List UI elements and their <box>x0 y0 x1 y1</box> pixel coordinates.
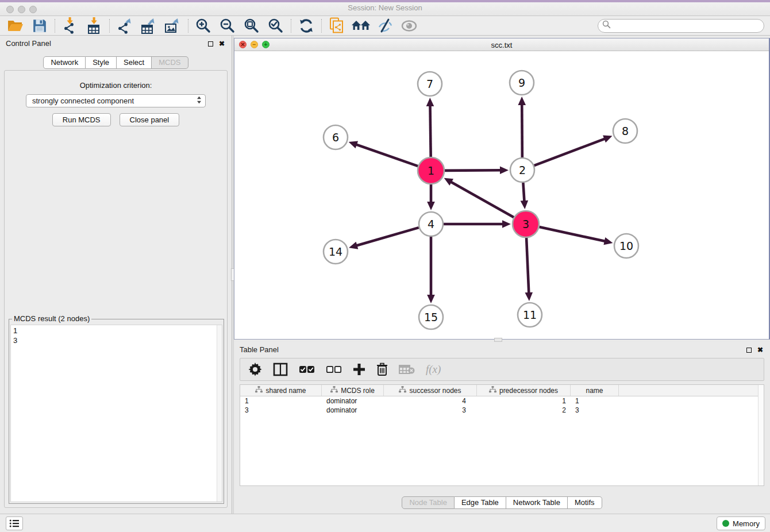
table-cell[interactable]: dominator <box>322 406 384 415</box>
tab-style[interactable]: Style <box>86 56 117 69</box>
export-table-icon[interactable] <box>137 17 161 34</box>
mcds-result-title: MCDS result (2 nodes) <box>12 314 91 323</box>
apply-layout-icon[interactable] <box>294 17 318 34</box>
search-input[interactable] <box>611 20 764 32</box>
application-window: Session: New Session Control Panel ✖ Net… <box>0 0 770 532</box>
table-cell[interactable]: 1 <box>571 396 619 406</box>
search-box[interactable] <box>598 19 764 33</box>
tab-select[interactable]: Select <box>117 56 152 69</box>
network-from-document-icon[interactable] <box>325 17 349 34</box>
status-bar: Memory <box>0 514 770 532</box>
graph-node-label-8: 8 <box>622 125 629 137</box>
zoom-in-icon[interactable] <box>191 17 215 34</box>
table-float-panel-icon[interactable] <box>745 346 753 354</box>
zoom-fit-icon[interactable] <box>240 17 264 34</box>
network-view-window: ✕ − + scc.txt 7968124314101511 <box>234 38 770 340</box>
edge-1-6[interactable] <box>355 144 418 166</box>
table-tab-edge-table[interactable]: Edge Table <box>455 496 506 509</box>
search-icon <box>602 20 611 31</box>
show-all-icon <box>397 17 421 34</box>
import-network-icon[interactable] <box>58 17 82 34</box>
toggle-column-view-icon[interactable] <box>273 363 288 376</box>
float-panel-icon[interactable] <box>206 40 214 48</box>
edge-1-7[interactable] <box>430 105 430 157</box>
table-panel: Table Panel ✖ f(x) shared nameMCDS roles… <box>234 342 770 514</box>
column-header-name[interactable]: name <box>571 385 619 396</box>
table-cell[interactable]: 3 <box>571 406 619 415</box>
run-mcds-button[interactable]: Run MCDS <box>52 113 111 126</box>
memory-button[interactable]: Memory <box>717 516 765 530</box>
dropdown-chevrons-icon <box>196 95 202 106</box>
zoom-selected-icon[interactable] <box>264 17 288 34</box>
select-all-rows-icon[interactable] <box>299 365 315 374</box>
edge-2-9[interactable] <box>522 103 522 157</box>
column-header-predecessor-nodes[interactable]: predecessor nodes <box>477 385 571 396</box>
column-header-label: predecessor nodes <box>499 387 558 395</box>
hide-selected-icon[interactable] <box>373 17 397 34</box>
table-panel-title: Table Panel <box>240 345 279 354</box>
criterion-dropdown[interactable]: strongly connected component <box>26 94 206 107</box>
export-network-icon[interactable] <box>113 17 137 34</box>
tab-mcds[interactable]: MCDS <box>152 56 188 69</box>
control-panel-title: Control Panel <box>6 39 51 48</box>
table-cell[interactable]: 1 <box>240 396 322 406</box>
open-session-icon[interactable] <box>3 17 28 34</box>
network-canvas[interactable]: 7968124314101511 <box>234 51 769 339</box>
table-cell[interactable]: 1 <box>477 396 571 406</box>
delete-column-icon[interactable] <box>376 363 388 376</box>
add-column-icon[interactable] <box>353 363 365 376</box>
table-tab-network-table[interactable]: Network Table <box>506 496 568 509</box>
column-header-MCDS-role[interactable]: MCDS role <box>322 385 384 396</box>
edge-2-3[interactable] <box>523 183 524 202</box>
export-image-icon[interactable] <box>161 17 185 34</box>
table-settings-icon[interactable] <box>248 363 262 376</box>
table-body: 1dominator4113dominator323 <box>240 396 764 415</box>
edge-1-2[interactable] <box>445 170 502 171</box>
horizontal-splitter-handle[interactable] <box>494 338 502 342</box>
function-builder-icon: f(x) <box>426 363 441 376</box>
task-history-button[interactable] <box>6 516 23 530</box>
edge-arrowhead <box>525 292 533 301</box>
column-header-shared-name[interactable]: shared name <box>240 385 322 396</box>
toolbar-separator <box>188 19 188 33</box>
edge-arrowhead <box>349 242 358 249</box>
edge-3-1[interactable] <box>450 182 514 218</box>
mcds-panel: Optimization criterion: strongly connect… <box>4 70 228 508</box>
save-session-icon[interactable] <box>28 17 52 34</box>
table-tab-node-table[interactable]: Node Table <box>402 496 455 509</box>
edge-2-8[interactable] <box>534 138 606 165</box>
table-cell[interactable]: dominator <box>322 396 384 406</box>
edge-arrowhead <box>426 98 434 106</box>
column-header-label: successor nodes <box>409 387 461 395</box>
column-header-label: name <box>586 387 603 395</box>
network-graph[interactable]: 7968124314101511 <box>234 51 769 339</box>
app-titlebar: Session: New Session <box>0 0 770 16</box>
criterion-dropdown-value: strongly connected component <box>32 97 134 105</box>
table-scrollbar[interactable] <box>758 385 764 485</box>
import-table-icon[interactable] <box>82 17 106 34</box>
deselect-all-rows-icon[interactable] <box>326 365 342 374</box>
table-row[interactable]: 3dominator323 <box>240 406 764 415</box>
close-panel-icon[interactable]: ✖ <box>218 40 226 48</box>
table-tab-motifs[interactable]: Motifs <box>568 496 602 509</box>
toolbar-separator <box>55 19 55 33</box>
graph-node-label-10: 10 <box>619 240 633 252</box>
table-row[interactable]: 1dominator411 <box>240 396 764 406</box>
table-close-panel-icon[interactable]: ✖ <box>756 346 764 354</box>
edge-3-11[interactable] <box>526 238 529 294</box>
mcds-result-scrollbar[interactable] <box>217 325 222 502</box>
close-panel-button[interactable]: Close panel <box>120 113 180 126</box>
edge-3-10[interactable] <box>539 227 606 241</box>
table-cell[interactable]: 3 <box>240 406 322 415</box>
table-cell[interactable]: 2 <box>477 406 571 415</box>
table-cell[interactable]: 3 <box>384 406 477 415</box>
table-cell[interactable]: 4 <box>384 396 477 406</box>
zoom-out-icon[interactable] <box>215 17 240 34</box>
tab-network[interactable]: Network <box>43 56 86 69</box>
mcds-result-area[interactable]: 1 3 <box>10 325 222 502</box>
column-header-successor-nodes[interactable]: successor nodes <box>384 385 477 396</box>
edge-arrowhead <box>502 220 511 228</box>
first-neighbors-icon[interactable] <box>349 17 373 34</box>
control-panel-tabs: NetworkStyleSelectMCDS <box>0 56 232 69</box>
edge-4-14[interactable] <box>356 228 419 246</box>
